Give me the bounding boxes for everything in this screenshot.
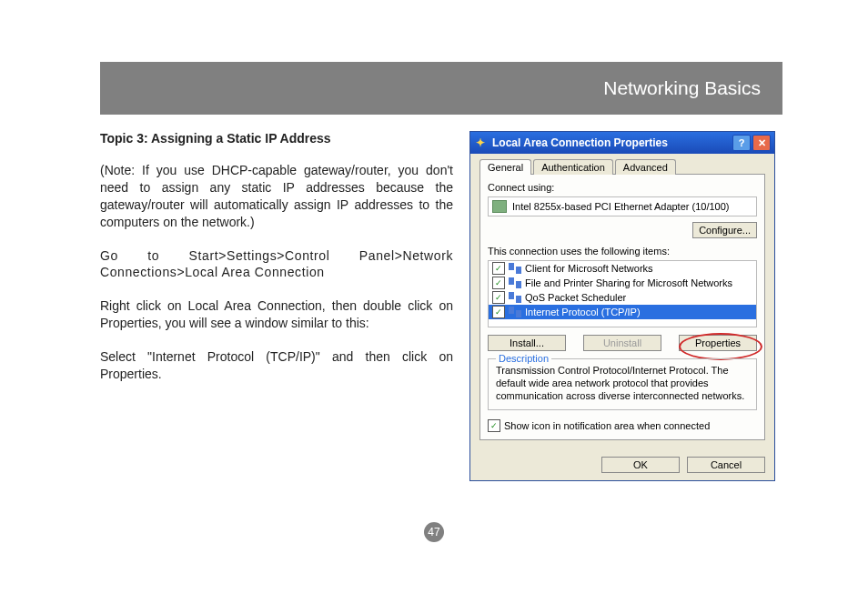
uninstall-button: Uninstall [583,335,661,351]
close-button[interactable]: ✕ [752,135,771,151]
adapter-name: Intel 8255x-based PCI Ethernet Adapter (… [512,201,730,212]
adapter-field[interactable]: Intel 8255x-based PCI Ethernet Adapter (… [488,196,757,216]
tab-authentication[interactable]: Authentication [533,159,613,175]
checkbox-icon[interactable]: ✓ [492,306,505,318]
ok-button[interactable]: OK [601,457,680,473]
checkbox-icon[interactable]: ✓ [492,262,505,275]
service-icon [509,292,521,303]
show-icon-label: Show icon in notification area when conn… [504,420,710,431]
tab-strip: General Authentication Advanced [479,159,765,175]
item-label: Internet Protocol (TCP/IP) [525,307,641,317]
tab-general[interactable]: General [479,159,531,175]
nic-icon [492,200,507,213]
list-item[interactable]: ✓ Client for Microsoft Networks [489,261,756,276]
list-item[interactable]: ✓ QoS Packet Scheduler [489,290,756,305]
banner-title: Networking Basics [603,77,761,99]
properties-button[interactable]: Properties [679,335,757,351]
items-listbox[interactable]: ✓ Client for Microsoft Networks ✓ File a… [488,260,757,327]
list-item[interactable]: ✓ File and Printer Sharing for Microsoft… [489,276,756,290]
list-item-selected[interactable]: ✓ Internet Protocol (TCP/IP) [489,305,756,319]
page-banner: Networking Basics [100,62,782,115]
description-legend: Description [496,353,551,364]
configure-button[interactable]: Configure... [692,222,757,238]
dialog-title: Local Area Connection Properties [492,136,731,149]
items-label: This connection uses the following items… [488,246,757,257]
install-button[interactable]: Install... [488,335,566,351]
item-label: QoS Packet Scheduler [525,292,626,303]
item-label: Client for Microsoft Networks [525,263,653,274]
topic-title: Topic 3: Assigning a Static IP Address [100,131,453,146]
network-connection-icon: ✦ [474,136,487,149]
cancel-button[interactable]: Cancel [687,457,765,473]
page-number-badge: 47 [424,522,444,542]
tab-advanced[interactable]: Advanced [615,159,676,175]
checkbox-icon[interactable]: ✓ [492,291,505,304]
service-icon [509,263,521,274]
service-icon [509,277,521,288]
paragraph-note: (Note: If you use DHCP-capable gateway/r… [100,162,453,231]
paragraph-rightclick: Right click on Local Area Connection, th… [100,297,453,332]
item-label: File and Printer Sharing for Microsoft N… [525,277,732,288]
checkbox-icon[interactable]: ✓ [492,277,505,289]
service-icon [509,307,521,317]
lan-properties-dialog: ✦ Local Area Connection Properties ? ✕ G… [469,131,775,481]
dialog-titlebar: ✦ Local Area Connection Properties ? ✕ [470,132,774,154]
help-button[interactable]: ? [732,135,751,151]
show-icon-checkbox[interactable]: ✓ [488,419,500,432]
paragraph-navigation: Go to Start>Settings>Control Panel>Netwo… [100,247,453,282]
document-text-column: Topic 3: Assigning a Static IP Address (… [100,131,453,481]
connect-using-label: Connect using: [488,182,757,193]
description-fieldset: Description Transmission Control Protoco… [488,358,757,410]
description-text: Transmission Control Protocol/Internet P… [496,365,749,402]
tab-panel-general: Connect using: Intel 8255x-based PCI Eth… [479,174,765,440]
paragraph-select: Select "Internet Protocol (TCP/IP)" and … [100,348,453,383]
